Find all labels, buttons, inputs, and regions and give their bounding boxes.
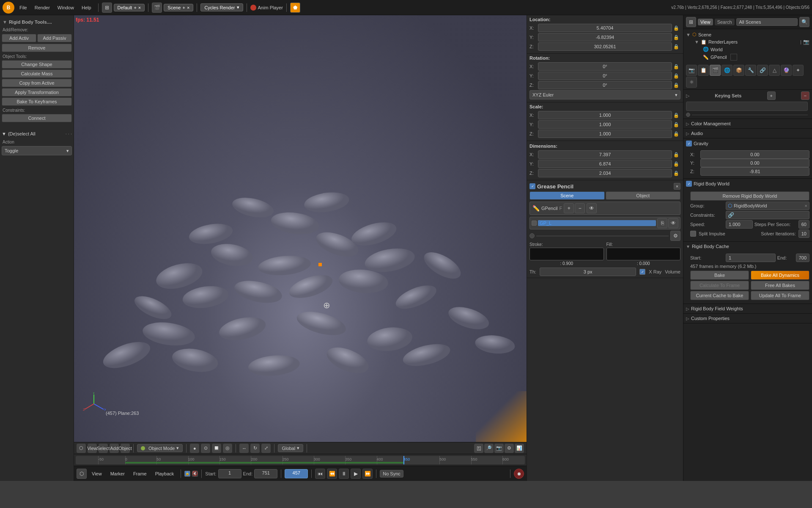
search-tab[interactable]: Search	[715, 19, 735, 25]
gp-remove-btn[interactable]: −	[575, 203, 585, 213]
calculate-mass-button[interactable]: Calculate Mass	[2, 69, 72, 78]
add-passive-button[interactable]: Add Passiv	[37, 34, 72, 42]
gp-scene-tab[interactable]: Scene	[529, 191, 605, 200]
scale-z-lock[interactable]: 🔒	[672, 131, 680, 137]
viewport-extra-3[interactable]: 📷	[494, 444, 504, 453]
action-dropdown[interactable]: Toggle ▾	[2, 146, 72, 155]
bake-to-keyframes-button[interactable]: Bake To Keyframes	[2, 97, 72, 106]
end-frame-input[interactable]: 751	[254, 469, 277, 478]
menu-file[interactable]: File	[16, 4, 30, 11]
workspace-close[interactable]: ×	[138, 5, 141, 10]
grease-pencil-close[interactable]: ×	[674, 183, 680, 190]
world-tree-item[interactable]: 🌐 World	[686, 46, 809, 53]
proportional-edit[interactable]: ◎	[223, 444, 232, 453]
renderlayers-tree-item[interactable]: ▼ 📋 RenderLayers | 📷	[686, 38, 809, 46]
gravity-z-input[interactable]: -9.81	[700, 167, 809, 176]
world-prop-icon[interactable]: 🌐	[721, 65, 732, 76]
start-frame-input[interactable]: 1	[218, 469, 241, 478]
rigid-body-cache-header[interactable]: ▼ Rigid Body Cache	[683, 242, 812, 251]
viewport-extra-5[interactable]: 📊	[515, 444, 524, 453]
dim-y-input[interactable]: 6.874	[538, 160, 672, 168]
keying-sets-input[interactable]	[686, 102, 808, 111]
workspace-add[interactable]: +	[134, 5, 136, 10]
data-prop-icon[interactable]: △	[769, 65, 780, 76]
workspace-icon[interactable]: ⊞	[102, 3, 112, 13]
material-prop-icon[interactable]: 🔮	[781, 65, 792, 76]
render-engine-selector[interactable]: Cycles Render ▾	[200, 3, 243, 11]
connect-button[interactable]: Connect	[2, 114, 72, 122]
dim-z-input[interactable]: 2.034	[538, 169, 672, 177]
blender-icon-2[interactable]: ⬟	[290, 3, 300, 13]
record-button[interactable]: ⏺	[514, 469, 524, 479]
viewport-extra-2[interactable]: 🔎	[484, 444, 494, 453]
change-shape-button[interactable]: Change Shape	[2, 60, 72, 69]
viewport-extra-4[interactable]: ⚙	[505, 444, 514, 453]
color-management-header[interactable]: ▷ Color Management	[683, 119, 812, 128]
gp-pencil-name[interactable]: GPencil	[541, 206, 558, 211]
audio-header[interactable]: ▷ Audio	[683, 129, 812, 138]
rbc-start-input[interactable]: 1	[726, 254, 776, 262]
rbw-speed-input[interactable]: 1.000	[726, 220, 753, 229]
scene-prop-icon[interactable]: 🎬	[710, 65, 721, 76]
current-cache-to-bake-btn[interactable]: Current Cache to Bake	[690, 291, 749, 300]
gp-layer-color-swatch[interactable]	[532, 221, 537, 226]
apply-transformation-button[interactable]: Apply Transformation	[2, 88, 72, 97]
location-x-lock[interactable]: 🔒	[672, 25, 680, 31]
x-ray-checkbox[interactable]: ✓	[639, 269, 645, 275]
deselect-all-label[interactable]: (De)select All	[8, 131, 36, 136]
cp-header[interactable]: ▷ Custom Properties	[683, 314, 812, 323]
scale-x-input[interactable]: 1.000	[538, 111, 672, 119]
particle-prop-icon[interactable]: ✦	[793, 65, 804, 76]
add-menu[interactable]: Add	[110, 444, 119, 453]
viewport[interactable]: ⊕ X Y Z (457) Plane:263 fps: 11.51	[74, 15, 527, 442]
workspace-selector[interactable]: Default + ×	[114, 4, 145, 11]
gp-dot[interactable]	[529, 233, 535, 238]
pivot-select[interactable]: ⊙	[201, 444, 210, 453]
jump-start-button[interactable]: ⏮	[315, 469, 325, 479]
transform-type-2[interactable]: ↻	[250, 444, 260, 453]
outliner-search-btn[interactable]: 🔍	[799, 17, 809, 27]
snap-icon[interactable]: 🔲	[212, 444, 221, 453]
bake-all-dynamics-btn[interactable]: Bake All Dynamics	[751, 271, 809, 280]
rbw-steps-val[interactable]: 60	[798, 220, 809, 229]
update-all-to-frame-btn[interactable]: Update All To Frame	[751, 291, 809, 300]
dim-y-lock[interactable]: 🔒	[672, 161, 680, 167]
location-z-input[interactable]: 302.05261	[538, 42, 672, 51]
rbw-group-value[interactable]: ⬡ RigidBodyWorld ×	[726, 202, 809, 210]
gp-add-btn[interactable]: +	[564, 203, 574, 213]
copy-from-active-button[interactable]: Copy from Active	[2, 79, 72, 87]
solver-val[interactable]: 10	[798, 229, 809, 238]
outliner-icon[interactable]: ⊞	[686, 17, 696, 27]
remove-rigid-body-world-btn[interactable]: Remove Rigid Body World	[690, 191, 809, 201]
gp-object-tab[interactable]: Object	[606, 191, 681, 200]
rbw-constraints-input[interactable]: 🔗	[726, 211, 809, 219]
calculate-to-frame-btn[interactable]: Calculate To Frame	[690, 281, 749, 290]
play-forward-button[interactable]: ▶	[351, 469, 361, 479]
global-local-dropdown[interactable]: Global ▾	[278, 444, 303, 452]
scale-z-input[interactable]: 1.000	[538, 130, 672, 138]
location-y-input[interactable]: -6.82394	[538, 33, 672, 41]
rotation-y-lock[interactable]: 🔒	[672, 73, 680, 79]
playback-marker-menu[interactable]: Marker	[107, 470, 128, 478]
rbfw-header[interactable]: ▷ Rigid Body Field Weights	[683, 304, 812, 313]
gp-eye-btn[interactable]: 👁	[587, 203, 597, 213]
free-all-bakes-btn[interactable]: Free All Bakes	[751, 281, 809, 290]
object-prop-icon[interactable]: 📦	[733, 65, 744, 76]
lock-icon[interactable]: 🔒	[184, 471, 190, 477]
gp-layer-eye-btn[interactable]: 👁	[668, 218, 678, 228]
keying-sets-add-btn[interactable]: +	[767, 91, 776, 100]
rigid-body-world-header[interactable]: ✓ Rigid Body World	[683, 179, 812, 189]
gp-settings-btn[interactable]: ⚙	[670, 231, 680, 241]
keying-sets-dot[interactable]	[686, 113, 690, 117]
gravity-header[interactable]: ✓ Gravity	[683, 138, 812, 149]
rotation-x-input[interactable]: 0°	[538, 62, 672, 71]
next-frame-button[interactable]: ⏩	[362, 469, 373, 479]
object-mode-dropdown[interactable]: Object Mode ▾	[137, 444, 183, 452]
modifier-prop-icon[interactable]: 🔧	[745, 65, 756, 76]
rbc-end-val[interactable]: 700	[796, 254, 809, 262]
pause-button[interactable]: ⏸	[339, 469, 349, 479]
prev-frame-button[interactable]: ⏪	[327, 469, 337, 479]
transform-type-1[interactable]: ↔	[239, 444, 249, 453]
rotation-x-lock[interactable]: 🔒	[672, 64, 680, 69]
render-prop-icon[interactable]: 📷	[686, 65, 697, 76]
